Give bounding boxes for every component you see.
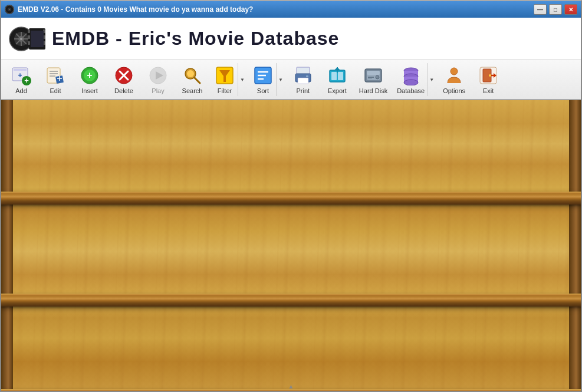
sort-button[interactable]: Sort ▼: [248, 62, 285, 97]
delete-label: Delete: [114, 87, 133, 94]
minimize-button[interactable]: —: [534, 4, 547, 15]
filter-dropdown-arrow[interactable]: ▼: [238, 63, 246, 96]
filter-button[interactable]: Filter ▼: [210, 62, 247, 97]
svg-point-44: [187, 70, 194, 77]
print-label: Print: [297, 87, 310, 94]
svg-text:+: +: [18, 71, 22, 80]
play-label: Play: [152, 87, 164, 94]
svg-point-64: [376, 75, 379, 79]
harddisk-label: Hard Disk: [359, 87, 387, 94]
left-side-panel: [1, 100, 13, 391]
harddisk-icon: [363, 65, 384, 85]
add-label: Add: [15, 87, 27, 94]
database-dropdown-arrow[interactable]: ▼: [427, 63, 436, 96]
svg-text:+: +: [24, 76, 29, 85]
filter-icon: [214, 65, 235, 85]
window-title: EMDB V2.06 - Contains 0 Movies What movi…: [18, 5, 253, 14]
toolbar: + + Add Edit: [1, 60, 581, 100]
svg-rect-57: [331, 72, 337, 80]
app-header: EMDB - Eric's Movie Database: [1, 18, 581, 60]
edit-button[interactable]: Edit: [39, 62, 72, 97]
options-icon: [443, 65, 465, 85]
play-button: Play: [142, 62, 175, 97]
svg-point-71: [404, 80, 418, 85]
scroll-indicator[interactable]: ▲: [288, 383, 294, 390]
title-text: EMDB V2.06 - Contains 0 Movies What movi…: [5, 5, 253, 14]
search-label: Search: [182, 87, 203, 94]
svg-rect-18: [28, 41, 30, 45]
app-logo: EMDB - Eric's Movie Database: [8, 23, 339, 55]
exit-icon: [478, 65, 499, 85]
svg-point-72: [451, 68, 458, 75]
insert-icon: +: [79, 65, 100, 85]
print-icon: [292, 65, 314, 85]
filter-label: Filter: [218, 87, 232, 94]
svg-line-45: [195, 78, 200, 83]
edit-icon: [45, 65, 66, 85]
app-title: EMDB - Eric's Movie Database: [52, 28, 339, 50]
svg-rect-24: [14, 69, 27, 71]
options-button[interactable]: Options: [438, 62, 471, 97]
wood-background: [1, 100, 581, 391]
svg-rect-55: [306, 75, 308, 77]
sort-label: Sort: [257, 87, 269, 94]
harddisk-button[interactable]: Hard Disk: [355, 62, 392, 97]
database-button[interactable]: Database ▼: [393, 62, 436, 97]
right-side-panel: [569, 100, 581, 391]
maximize-button[interactable]: □: [549, 4, 562, 15]
shelf-container: ▲: [1, 100, 581, 391]
title-bar: EMDB V2.06 - Contains 0 Movies What movi…: [1, 1, 581, 18]
window-controls: — □ ✕: [534, 4, 577, 15]
print-button[interactable]: Print: [287, 62, 320, 97]
add-button[interactable]: + + Add: [5, 62, 38, 97]
edit-label: Edit: [50, 87, 61, 94]
sort-dropdown-arrow[interactable]: ▼: [276, 63, 285, 96]
app-window: EMDB V2.06 - Contains 0 Movies What movi…: [0, 0, 582, 392]
insert-label: Insert: [81, 87, 98, 94]
shelf-1: [1, 192, 581, 205]
export-label: Export: [328, 87, 347, 94]
exit-label: Exit: [483, 87, 494, 94]
logo-icon: [8, 23, 46, 55]
sort-icon: [252, 65, 274, 85]
play-icon: [147, 65, 169, 85]
database-label: Database: [397, 87, 425, 94]
add-icon: + +: [11, 65, 32, 85]
svg-rect-58: [338, 72, 343, 80]
svg-marker-60: [334, 67, 340, 70]
search-icon: [182, 65, 203, 85]
delete-icon: [113, 65, 134, 85]
close-button[interactable]: ✕: [564, 4, 577, 15]
search-button[interactable]: Search: [176, 62, 209, 97]
app-icon: [5, 5, 14, 14]
svg-rect-17: [28, 35, 30, 39]
svg-point-75: [489, 74, 491, 77]
shelf-2: [1, 294, 581, 307]
svg-point-6: [20, 38, 22, 40]
exit-button[interactable]: Exit: [472, 62, 505, 97]
export-icon: [327, 65, 348, 85]
delete-button[interactable]: Delete: [107, 62, 140, 97]
options-label: Options: [443, 87, 465, 94]
database-icon: [400, 65, 422, 85]
svg-rect-16: [28, 29, 30, 33]
shelf-area: ▲: [1, 100, 581, 391]
insert-button[interactable]: + Insert: [73, 62, 106, 97]
export-button[interactable]: Export: [321, 62, 354, 97]
svg-rect-22: [31, 31, 44, 47]
svg-text:+: +: [87, 70, 92, 80]
svg-rect-54: [298, 78, 308, 84]
svg-rect-63: [367, 71, 380, 75]
svg-point-2: [9, 9, 10, 10]
